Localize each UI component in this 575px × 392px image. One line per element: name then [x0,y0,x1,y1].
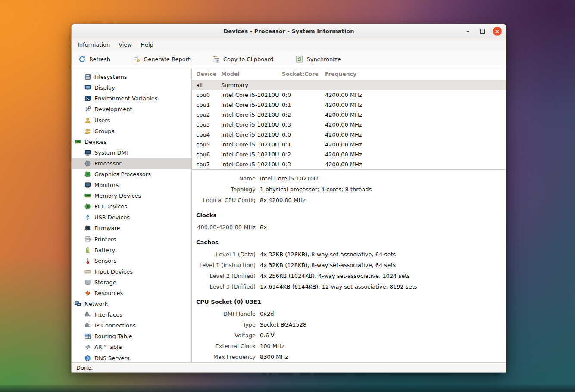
detail-value: 0.6 V [260,332,502,339]
sidebar-item-display[interactable]: Display [72,82,191,93]
cell-device: cpu0 [196,92,221,98]
detail-label: External Clock [194,343,256,349]
menu-view[interactable]: View [114,40,136,50]
ram-icon [75,139,81,145]
close-button[interactable]: × [493,27,502,36]
copy-to-clipboard-button[interactable]: Copy to Clipboard [208,53,278,65]
sidebar-item-routing-table[interactable]: Routing Table [72,331,191,342]
detail-label: Voltage [194,332,256,339]
detail-label: Logical CPU Config [194,197,256,203]
table-row[interactable]: allSummary [192,80,506,90]
sidebar-item-label: Firmware [94,225,120,231]
detail-label: Type [194,321,256,328]
cell-device: cpu6 [196,151,221,158]
sidebar-item-label: Monitors [94,182,119,188]
cell-socket-core: 0:0 [282,131,325,138]
table-row[interactable]: cpu3Intel Core i5-10210U0:34200.00 MHz [192,120,506,130]
network-icon [75,301,81,307]
sidebar-item-devices[interactable]: Devices [72,137,191,147]
sidebar-item-network[interactable]: Network [72,299,191,309]
sidebar-item-label: Network [84,301,108,307]
cell-model: Intel Core i5-10210U [221,151,282,158]
sidebar-item-arp-table[interactable]: ARP Table [72,342,191,352]
sidebar-item-storage[interactable]: Storage [72,277,191,288]
column-header-frequency[interactable]: Frequency [325,71,506,77]
sidebar-item-memory-devices[interactable]: Memory Devices [72,190,191,201]
cell-model: Summary [221,82,282,88]
cell-model: Intel Core i5-10210U [221,161,282,168]
detail-value: Intel Core i5-10210U [260,175,502,182]
sidebar-item-clipped[interactable] [72,68,191,72]
sidebar-item-interfaces[interactable]: Interfaces [72,309,191,320]
sidebar-item-label: USB Devices [94,214,130,221]
menu-information[interactable]: Information [73,40,114,50]
column-header-model[interactable]: Model [221,71,282,77]
table-row[interactable]: cpu4Intel Core i5-10210U0:04200.00 MHz [192,130,506,140]
detail-row: NameIntel Core i5-10210U [194,173,502,184]
table-row[interactable]: cpu5Intel Core i5-10210U0:14200.00 MHz [192,140,506,149]
sidebar-item-filesystems[interactable]: Filesystems [72,72,191,82]
sidebar-item-label: Battery [94,247,115,253]
synchronize-button[interactable]: Synchronize [291,53,345,65]
sidebar-item-battery[interactable]: Battery [72,245,191,255]
sidebar-item-label: Devices [84,139,106,145]
detail-label: Level 1 (Data) [194,251,256,258]
detail-label: Level 1 (Instruction) [194,262,256,268]
sidebar-item-firmware[interactable]: Firmware [72,223,191,233]
sidebar-item-usb-devices[interactable]: USB Devices [72,212,191,223]
sidebar-item-label: Resources [94,290,123,296]
table-row[interactable]: cpu0Intel Core i5-10210U0:04200.00 MHz [192,90,506,100]
desktop-wallpaper: Devices - Processor - System Information… [0,0,575,392]
cell-frequency: 4200.00 MHz [325,92,506,98]
sidebar-item-sensors[interactable]: Sensors [72,255,191,266]
titlebar[interactable]: Devices - Processor - System Information… [72,24,506,38]
sidebar-item-dns-servers[interactable]: DNS Servers [72,353,191,362]
cell-socket-core: 0:2 [282,151,325,158]
table-row[interactable]: cpu1Intel Core i5-10210U0:14200.00 MHz [192,100,506,110]
sidebar-item-resources[interactable]: Resources [72,288,191,299]
sidebar-item-label: Printers [94,236,116,243]
table-row[interactable]: cpu2Intel Core i5-10210U0:24200.00 MHz [192,110,506,120]
detail-label: DMI Handle [194,311,256,317]
table-row[interactable]: cpu7Intel Core i5-10210U0:34200.00 MHz [192,159,506,169]
sidebar-item-input-devices[interactable]: Input Devices [72,266,191,277]
menu-help[interactable]: Help [136,40,158,50]
column-header-socket-core[interactable]: Socket:Core [282,71,325,77]
generate-report-button[interactable]: Generate Report [128,53,194,65]
sidebar-item-development[interactable]: Development [72,104,191,115]
sidebar-item-label: Interfaces [94,311,122,318]
sidebar-item-environment-variables[interactable]: Environment Variables [72,93,191,104]
sidebar-item-label: Input Devices [94,268,133,275]
sidebar[interactable]: FilesystemsDisplayEnvironment VariablesD… [72,68,192,362]
sidebar-item-printers[interactable]: Printers [72,234,191,245]
sidebar-item-processor[interactable]: Processor [72,158,191,169]
column-header-device[interactable]: Device [196,71,221,77]
sidebar-item-label: Sensors [94,258,116,264]
sidebar-item-label: ARP Table [94,344,122,350]
monitor-icon [84,84,91,91]
sidebar-item-groups[interactable]: Groups [72,126,191,137]
details-pane[interactable]: NameIntel Core i5-10210UTopology1 physic… [192,169,506,362]
sidebar-item-users[interactable]: Users [72,115,191,125]
close-icon: × [495,28,500,34]
detail-row: External Clock100 MHz [194,341,502,352]
sidebar-item-graphics-processors[interactable]: Graphics Processors [72,169,191,180]
cell-frequency: 4200.00 MHz [325,112,506,118]
sidebar-item-monitors[interactable]: Monitors [72,180,191,190]
sidebar-item-pci-devices[interactable]: PCI Devices [72,201,191,212]
section-title-cpu-socket-0-u3e1: CPU Socket (0) U3E1 [196,297,502,306]
sidebar-item-label: Display [94,84,115,91]
sidebar-item-system-dmi[interactable]: System DMI [72,147,191,158]
cell-socket-core: 0:3 [282,161,325,168]
ram-icon [84,193,91,199]
refresh-button[interactable]: Refresh [74,53,115,65]
sidebar-item-label: Environment Variables [94,95,158,102]
detail-value: 100 MHz [260,343,502,349]
ram-icon [84,68,91,69]
table-row[interactable]: cpu6Intel Core i5-10210U0:24200.00 MHz [192,149,506,159]
content-area: FilesystemsDisplayEnvironment VariablesD… [72,68,506,362]
minimize-button[interactable]: – [463,27,472,36]
maximize-button[interactable] [478,27,487,36]
sidebar-item-ip-connections[interactable]: IP Connections [72,320,191,331]
user-icon [84,117,91,124]
